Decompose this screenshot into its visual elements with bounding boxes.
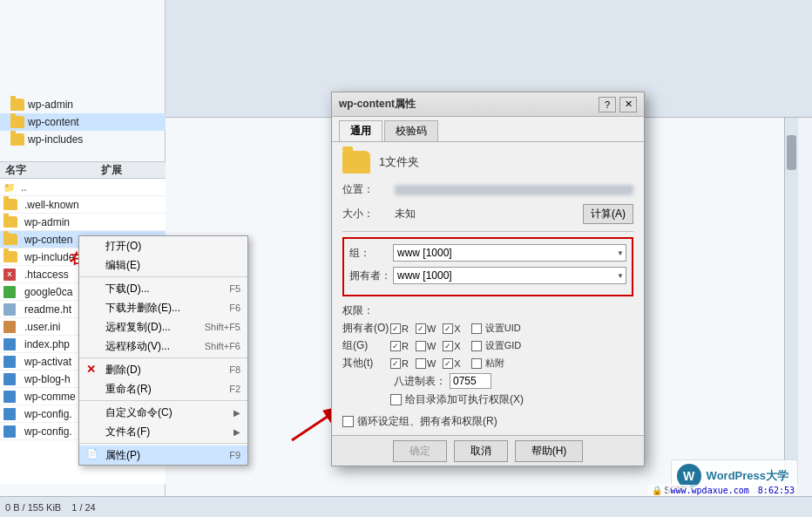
size-value: 未知 xyxy=(395,207,578,221)
tree-item-wp-content[interactable]: wp-content xyxy=(0,113,166,131)
setuid-checkbox[interactable] xyxy=(471,323,482,334)
tree-item-wp-admin[interactable]: wp-admin xyxy=(0,96,166,113)
submenu-arrow: ▶ xyxy=(233,408,240,418)
dialog-help-btn[interactable]: ? xyxy=(599,97,616,112)
ctx-properties[interactable]: 📄 属性(P) F9 xyxy=(79,446,247,465)
group-w-check[interactable]: W xyxy=(416,341,436,351)
folder-icon xyxy=(10,133,24,146)
w-checkbox[interactable] xyxy=(416,358,426,369)
other-x-check[interactable]: X xyxy=(443,358,460,369)
ctx-label: 删除(D) xyxy=(105,363,222,378)
file-icon-red: X xyxy=(3,269,17,281)
x-checkbox[interactable] xyxy=(443,341,453,351)
ctx-delete[interactable]: ✕ 删除(D) F8 xyxy=(79,360,247,379)
permissions-section: 权限： 拥有者(O) R W xyxy=(342,303,633,407)
folder-icon-sm xyxy=(3,251,17,263)
list-item[interactable]: 📁 .. xyxy=(0,179,166,196)
size-label: 大小： xyxy=(342,207,395,221)
recurse-row: 循环设定组、拥有者和权限(R) xyxy=(342,414,633,429)
time-text: 8:62:53 xyxy=(758,486,795,495)
ctx-remote-move[interactable]: 远程移动(V)... Shift+F6 xyxy=(79,337,247,356)
help-button[interactable]: 帮助(H) xyxy=(515,440,584,462)
owner-w-check[interactable]: W xyxy=(416,323,436,334)
dialog-tabs: 通用 校验码 xyxy=(332,117,644,142)
owner-x-check[interactable]: X xyxy=(443,323,460,334)
col-header-name: 名字 xyxy=(5,163,101,178)
octal-input[interactable] xyxy=(450,373,491,389)
owner-row: 拥有者： www [1000] ▼ xyxy=(349,267,626,284)
tab-checksum[interactable]: 校验码 xyxy=(384,120,438,141)
tree-section: wp-admin wp-content wp-includes xyxy=(0,96,166,148)
add-exec-label: 给目录添加可执行权限(X) xyxy=(405,392,524,407)
sticky-label: 粘附 xyxy=(485,357,504,370)
ctx-label: 远程复制(D)... xyxy=(105,320,198,335)
ctx-separator xyxy=(79,443,247,444)
cancel-button[interactable]: 取消 xyxy=(454,440,508,462)
owner-label: 拥有者： xyxy=(349,269,393,283)
group-label: 组： xyxy=(349,246,393,261)
file-icon-txt xyxy=(3,303,17,316)
sticky-checkbox[interactable] xyxy=(471,358,482,369)
ctx-rename[interactable]: 重命名(R) F2 xyxy=(79,379,247,398)
tree-item-wp-includes[interactable]: wp-includes xyxy=(0,131,166,148)
add-exec-checkbox[interactable] xyxy=(390,394,402,405)
tab-general[interactable]: 通用 xyxy=(339,120,382,141)
ctx-open[interactable]: 打开(O) xyxy=(79,236,247,255)
folder-icon-sm xyxy=(3,199,17,211)
properties-dialog: wp-content属性 ? ✕ 通用 校验码 1文件夹 位置： xyxy=(331,92,645,466)
ctx-label: 远程移动(V)... xyxy=(105,339,198,354)
ctx-filename[interactable]: 文件名(F) ▶ xyxy=(79,422,247,441)
group-r-check[interactable]: R xyxy=(390,341,409,351)
position-label: 位置： xyxy=(342,182,395,197)
owner-select[interactable]: www [1000] ▼ xyxy=(393,267,626,284)
other-w-check[interactable]: W xyxy=(416,358,436,369)
perm-group-row: 组(G) R W X xyxy=(342,338,633,353)
ok-button[interactable]: 确定 xyxy=(393,440,447,462)
octal-label-text: 八进制表： xyxy=(394,374,446,389)
add-exec-row: 给目录添加可执行权限(X) xyxy=(390,392,633,407)
perm-other-checks: R W X 粘附 xyxy=(390,357,633,370)
owner-r-check[interactable]: R xyxy=(390,323,409,334)
file-icon-php xyxy=(3,338,17,350)
recurse-checkbox[interactable] xyxy=(342,416,354,427)
r-checkbox[interactable] xyxy=(390,341,401,351)
list-item[interactable]: .well-known xyxy=(0,196,166,214)
ctx-remote-copy[interactable]: 远程复制(D)... Shift+F5 xyxy=(79,317,247,337)
other-r-check[interactable]: R xyxy=(390,358,409,369)
ctx-label: 下载(D)... xyxy=(105,282,222,296)
ctx-download[interactable]: 下载(D)... F5 xyxy=(79,279,247,298)
w-checkbox[interactable] xyxy=(416,341,426,351)
ctx-edit[interactable]: 编辑(E) xyxy=(79,255,247,275)
calc-button[interactable]: 计算(A) xyxy=(583,204,633,224)
x-checkbox[interactable] xyxy=(443,358,453,369)
file-icon-green xyxy=(3,286,17,298)
perm-owner-label: 拥有者(O) xyxy=(342,321,390,336)
w-checkbox[interactable] xyxy=(416,323,426,334)
filename-icon xyxy=(86,425,100,439)
perm-owner-checks: R W X 设置UID xyxy=(390,322,633,335)
r-checkbox[interactable] xyxy=(390,323,401,334)
ctx-label: 打开(O) xyxy=(105,239,240,254)
file-icon-php xyxy=(3,356,17,368)
ctx-separator xyxy=(79,357,247,358)
group-select[interactable]: www [1000] ▼ xyxy=(393,244,626,262)
r-label: R xyxy=(402,341,409,351)
file-name: .. xyxy=(21,181,117,194)
ctx-download-delete[interactable]: 下载并删除(E)... F6 xyxy=(79,298,247,317)
ctx-shortcut: F9 xyxy=(229,450,240,460)
list-item[interactable]: wp-admin xyxy=(0,214,166,231)
size-row: 大小： 未知 计算(A) xyxy=(342,204,633,224)
group-x-check[interactable]: X xyxy=(443,341,460,351)
setgid-checkbox[interactable] xyxy=(471,341,482,351)
dialog-close-btn[interactable]: ✕ xyxy=(619,97,637,112)
owner-value: www [1000] xyxy=(397,269,622,282)
x-label: X xyxy=(454,323,460,334)
ctx-custom-cmd[interactable]: 自定义命令(C) ▶ xyxy=(79,403,247,422)
edit-icon xyxy=(86,258,100,272)
ctx-label: 文件名(F) xyxy=(105,425,233,439)
remote-move-icon xyxy=(86,339,100,353)
tree-item-label: wp-includes xyxy=(28,133,83,146)
vertical-scrollbar[interactable] xyxy=(784,118,798,496)
x-checkbox[interactable] xyxy=(443,323,453,334)
r-checkbox[interactable] xyxy=(390,358,401,369)
